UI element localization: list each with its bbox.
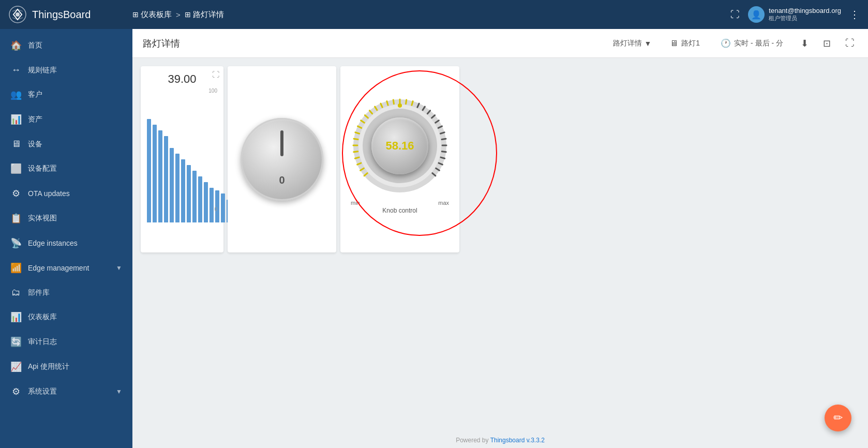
- widget-expand-icon[interactable]: ⛶: [212, 70, 219, 79]
- sidebar-item-edge-instances[interactable]: 📡 Edge instances: [0, 231, 132, 256]
- rules-icon: ↔: [10, 65, 22, 76]
- sidebar-item-settings[interactable]: ⚙ 系统设置 ▼: [0, 379, 132, 404]
- avatar: 👤: [748, 6, 765, 23]
- layout: 🏠 首页 ↔ 规则链库 👥 客户 📊 资产 🖥 设备 ⬜ 设备配置 ⚙ OTA …: [0, 29, 868, 448]
- sidebar-item-entity-view[interactable]: 📋 实体视图: [0, 206, 132, 231]
- fullscreen-content-icon[interactable]: ⛶: [842, 35, 858, 52]
- dashboards-icon: 📊: [10, 311, 22, 323]
- edge-management-icon: 📶: [10, 262, 22, 274]
- knob-indicator: [280, 130, 283, 156]
- knob-center[interactable]: 58.16: [371, 117, 428, 174]
- bar: [192, 171, 197, 222]
- sidebar-item-label: 实体视图: [28, 214, 57, 223]
- sidebar-item-label: 审计日志: [28, 337, 57, 347]
- sub-header: 路灯详情 路灯详情 ▼ 🖥 路灯1 🕐 实时 - 最后 - 分 ⬇ ⊡ ⛶: [132, 29, 868, 58]
- more-icon[interactable]: ⋮: [849, 8, 860, 21]
- footer-link[interactable]: Thingsboard v.3.3.2: [490, 437, 545, 444]
- device-label: 路灯1: [681, 39, 700, 48]
- main: 路灯详情 路灯详情 ▼ 🖥 路灯1 🕐 实时 - 最后 - 分 ⬇ ⊡ ⛶: [132, 29, 868, 448]
- knob-max-label: max: [438, 200, 449, 206]
- header: ThingsBoard ⊞ 仪表板库 > ⊞ 路灯详情 ⛶ 👤 tenant@t…: [0, 0, 868, 29]
- sidebar-item-customers[interactable]: 👥 客户: [0, 82, 132, 107]
- sidebar-item-label: 仪表板库: [28, 312, 57, 322]
- sidebar-item-device-config[interactable]: ⬜ 设备配置: [0, 156, 132, 181]
- bar-max-label: 100: [208, 88, 217, 94]
- bar: [170, 148, 174, 222]
- sidebar-item-assets[interactable]: 📊 资产: [0, 107, 132, 132]
- knob-control-widget: 58.16 min max Knob control: [340, 66, 459, 252]
- bar: [221, 193, 225, 222]
- logo-icon: [8, 5, 27, 24]
- sidebar-item-label: Edge instances: [28, 239, 78, 247]
- user-area[interactable]: 👤 tenant@thingsboard.org 租户管理员: [748, 6, 841, 23]
- widgets-icon: 🗂: [10, 287, 22, 298]
- breadcrumb-separator: >: [176, 10, 181, 19]
- sidebar: 🏠 首页 ↔ 规则链库 👥 客户 📊 资产 🖥 设备 ⬜ 设备配置 ⚙ OTA …: [0, 29, 132, 448]
- sidebar-item-audit[interactable]: 🔄 审计日志: [0, 330, 132, 354]
- sidebar-item-devices[interactable]: 🖥 设备: [0, 132, 132, 156]
- time-label: 实时 - 最后 - 分: [734, 39, 783, 48]
- ota-icon: ⚙: [10, 188, 22, 199]
- footer: Powered by Thingsboard v.3.3.2: [132, 432, 868, 448]
- svg-line-19: [393, 100, 394, 104]
- round-knob[interactable]: 0: [241, 118, 323, 201]
- sidebar-item-edge-management[interactable]: 📶 Edge management ▼: [0, 256, 132, 280]
- footer-text: Powered by: [456, 437, 488, 444]
- bar: [204, 182, 208, 222]
- bar: [209, 188, 214, 222]
- settings-icon: ⚙: [10, 386, 22, 397]
- device-btn[interactable]: 🖥 路灯1: [664, 36, 706, 51]
- bar-chart-area: 100 0: [147, 88, 217, 222]
- sidebar-item-label: 客户: [28, 90, 42, 99]
- screenshot-icon[interactable]: ⊡: [820, 35, 834, 52]
- fullscreen-icon[interactable]: ⛶: [730, 9, 740, 20]
- knob-dot: [398, 103, 402, 108]
- breadcrumb-home[interactable]: 仪表板库: [141, 10, 172, 20]
- knob-title: Knob control: [382, 207, 417, 214]
- bar: [147, 119, 151, 222]
- audit-icon: 🔄: [10, 336, 22, 348]
- sidebar-item-label: Api 使用统计: [28, 362, 69, 371]
- sidebar-item-label: 设备配置: [28, 164, 57, 173]
- svg-point-1: [16, 12, 20, 17]
- sub-header-actions: 路灯详情 ▼ 🖥 路灯1 🕐 实时 - 最后 - 分 ⬇ ⊡ ⛶: [609, 35, 858, 52]
- svg-line-30: [442, 139, 446, 139]
- sidebar-item-rules[interactable]: ↔ 规则链库: [0, 58, 132, 82]
- sidebar-item-ota[interactable]: ⚙ OTA updates: [0, 181, 132, 206]
- customers-icon: 👥: [10, 89, 22, 100]
- round-knob-widget: 0: [228, 66, 336, 252]
- bar: [158, 130, 162, 222]
- clock-icon: 🕐: [721, 38, 731, 48]
- breadcrumb-current: 路灯详情: [193, 10, 224, 20]
- api-usage-icon: 📈: [10, 361, 22, 372]
- time-btn[interactable]: 🕐 实时 - 最后 - 分: [714, 35, 789, 51]
- user-email: tenant@thingsboard.org: [769, 7, 841, 14]
- svg-line-7: [355, 157, 359, 158]
- sidebar-item-home[interactable]: 🏠 首页: [0, 33, 132, 58]
- bar-value: 39.00: [147, 72, 217, 86]
- svg-line-32: [442, 152, 446, 152]
- fab-edit-icon: ✏: [833, 411, 843, 425]
- sidebar-item-label: OTA updates: [28, 189, 70, 198]
- download-icon[interactable]: ⬇: [798, 35, 812, 52]
- svg-line-8: [354, 152, 358, 152]
- header-right: ⛶ 👤 tenant@thingsboard.org 租户管理员 ⋮: [730, 6, 860, 23]
- bar: [198, 176, 202, 222]
- bar: [187, 165, 191, 222]
- breadcrumb: ⊞ 仪表板库 > ⊞ 路灯详情: [132, 10, 730, 20]
- assets-icon: 📊: [10, 114, 22, 125]
- svg-line-33: [441, 157, 445, 158]
- sidebar-item-dashboards[interactable]: 📊 仪表板库: [0, 305, 132, 330]
- sidebar-item-label: 首页: [28, 41, 42, 50]
- sidebar-item-label: 设备: [28, 140, 42, 149]
- sidebar-item-widgets[interactable]: 🗂 部件库: [0, 280, 132, 305]
- widgets-container: ⛶ 39.00 100 0 0: [141, 66, 860, 252]
- dashboard-dropdown[interactable]: 路灯详情 ▼: [609, 36, 655, 51]
- sidebar-item-api-usage[interactable]: 📈 Api 使用统计: [0, 354, 132, 379]
- sidebar-item-label: 系统设置: [28, 387, 57, 396]
- user-role: 租户管理员: [769, 14, 841, 22]
- bar: [153, 125, 157, 222]
- sidebar-item-label: 资产: [28, 115, 42, 124]
- fab-edit-button[interactable]: ✏: [825, 405, 851, 431]
- bar: [175, 154, 179, 222]
